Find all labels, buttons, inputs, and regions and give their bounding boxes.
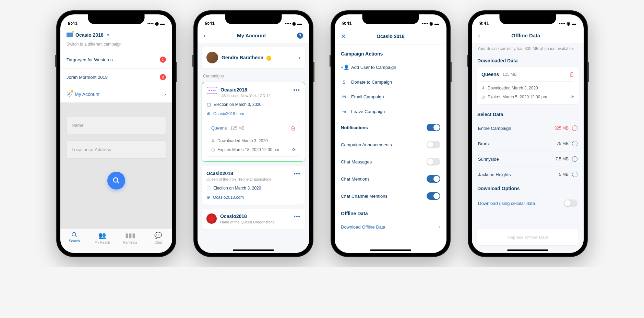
cellular-toggle[interactable] <box>564 199 577 207</box>
action-label: Leave Campaign <box>351 109 385 114</box>
download-offline-link[interactable]: Download Offline Data › <box>335 220 446 243</box>
globe-icon: ⊕ <box>206 195 210 200</box>
delete-button[interactable] <box>291 126 296 131</box>
campaign-meta: Queen of the Iron Throne Dragonstone <box>206 177 290 181</box>
toggle-switch[interactable] <box>427 141 440 148</box>
toggle-switch[interactable] <box>427 175 440 183</box>
tab-label: Search <box>69 239 80 243</box>
status-time: 9:41 <box>479 21 489 26</box>
campaign-name: Ocasio2018 <box>220 87 290 93</box>
more-button[interactable]: ••• <box>294 171 300 181</box>
people-icon: 👥 <box>98 232 106 239</box>
campaign-item-jorah[interactable]: Jorah Mormont 2018 2 <box>60 68 172 86</box>
tab-rankings[interactable]: ▮▮▮ Rankings <box>116 232 144 244</box>
email-button[interactable]: ✉ Email Campaign <box>335 89 446 104</box>
tab-label: My Reach <box>95 241 110 244</box>
chevron-right-icon: › <box>299 54 300 61</box>
chevron-down-icon: ▼ <box>106 33 110 37</box>
phone-mockup-3: 9:41 ▪▪▪▪ ◉ ▬ ✕ Ocasio 2018 Campaign Act… <box>331 10 451 257</box>
radio-button[interactable] <box>572 141 577 146</box>
link-label: Download Offline Data <box>341 224 385 230</box>
gear-icon <box>67 91 72 97</box>
toggle-label: Chat Channel Mentions <box>341 194 387 199</box>
area-name: Queens <box>211 125 227 131</box>
help-button[interactable]: ? <box>297 33 303 39</box>
calendar-icon: ▢ <box>206 185 211 191</box>
replace-data-button[interactable]: Replace Offline Data <box>477 229 579 246</box>
select-sunnyside[interactable]: Sunnyside 7.5 MB <box>477 151 579 167</box>
campaign-selector[interactable]: Ocasio 2018 ▼ <box>60 28 172 40</box>
wifi-icon: ◉ <box>155 21 159 26</box>
account-label: My Account <box>75 91 99 97</box>
radio-button[interactable] <box>572 172 577 177</box>
name-input[interactable]: Name <box>67 116 166 134</box>
more-button[interactable]: ••• <box>293 87 300 98</box>
action-label: Add User to Campaign <box>351 65 396 70</box>
campaign-url[interactable]: Ocasio2018.com <box>213 195 244 200</box>
refresh-button[interactable]: ⟳ <box>292 147 296 152</box>
download-icon: ⬇ <box>481 86 485 90</box>
campaign-meta: Hand of the Queen Dragonstone <box>220 220 290 224</box>
svg-line-4 <box>75 235 77 237</box>
leave-button[interactable]: ⇥ Leave Campaign <box>335 104 446 119</box>
tab-search[interactable]: Search <box>60 232 88 244</box>
back-button[interactable]: ‹ <box>478 32 480 39</box>
cellular-icon: ▪▪▪▪ <box>147 21 154 26</box>
page-title: Offline Data <box>511 33 540 38</box>
action-label: Donate to Campaign <box>351 80 392 85</box>
close-button[interactable]: ✕ <box>341 33 346 40</box>
tab-bar: Search 👥 My Reach ▮▮▮ Rankings 💬 Chat <box>60 229 172 253</box>
option-size: 75 MB <box>557 141 569 146</box>
section-select: Select Data <box>477 108 579 121</box>
section-notifications: Notifications <box>335 119 446 136</box>
svg-point-0 <box>69 94 70 95</box>
chevron-right-icon: › <box>439 224 440 230</box>
campaign-icon <box>67 33 73 37</box>
refresh-button[interactable]: ⟳ <box>571 95 574 99</box>
campaign-name: Ocasio 2018 <box>75 32 104 38</box>
radio-button[interactable] <box>572 156 577 162</box>
cellular-label: Download using cellular data <box>478 201 535 206</box>
tab-reach[interactable]: 👥 My Reach <box>88 232 117 244</box>
clock-icon: ◷ <box>211 147 215 152</box>
exit-icon: ⇥ <box>341 109 347 114</box>
status-indicators: ▪▪▪▪ ◉ ▬ <box>285 21 302 26</box>
area-size: 125 MB <box>502 72 516 77</box>
toggle-messages: Chat Messages <box>335 153 446 170</box>
search-button[interactable] <box>107 172 125 189</box>
campaign-item-targaryen[interactable]: Targaryen for Westeros 1 <box>60 51 172 68</box>
clock-icon: ◷ <box>481 95 485 99</box>
status-indicators: ▪▪▪▪ ◉ ▬ <box>559 21 576 26</box>
notifications-toggle[interactable] <box>427 124 440 131</box>
search-icon <box>112 177 120 184</box>
delete-button[interactable] <box>569 72 574 77</box>
more-button[interactable]: ••• <box>294 213 300 224</box>
toggle-switch[interactable] <box>427 158 440 166</box>
phone-mockup-2: 9:41 ▪▪▪▪ ◉ ▬ ‹ My Account ? Gendry Bara… <box>193 10 313 257</box>
select-jackson[interactable]: Jackson Heights 5 MB <box>477 167 579 182</box>
campaign-url[interactable]: Ocasio2018.com <box>213 111 244 116</box>
option-size: 325 MB <box>554 126 569 131</box>
chat-icon: 💬 <box>154 232 162 239</box>
add-user-button[interactable]: +👤 Add User to Campaign <box>335 60 446 75</box>
cellular-toggle-row: Download using cellular data <box>477 195 579 212</box>
chevron-right-icon: › <box>164 91 166 97</box>
tab-chat[interactable]: 💬 Chat <box>144 232 172 244</box>
expires-date: Expires March 18, 2020 12:00 pm <box>217 147 279 152</box>
radio-button[interactable] <box>572 125 577 131</box>
campaign-card: Ocasio2018 Hand of the Queen Dragonstone… <box>202 209 305 229</box>
campaign-name: Ocasio2018 <box>220 213 290 219</box>
page-title: My Account <box>237 33 266 38</box>
action-label: Email Campaign <box>351 94 384 99</box>
status-time: 9:41 <box>205 21 215 26</box>
select-bronx[interactable]: Bronx 75 MB <box>477 136 579 151</box>
user-card[interactable]: Gendry Baratheon i › <box>202 47 305 68</box>
campaign-name: Ocasio2018 <box>206 171 290 176</box>
toggle-switch[interactable] <box>427 192 440 200</box>
location-input[interactable]: Location or Address <box>67 140 166 159</box>
select-entire[interactable]: Entire Campaign 325 MB <box>477 121 579 136</box>
status-time: 9:41 <box>342 21 352 26</box>
back-button[interactable]: ‹ <box>204 32 206 39</box>
donate-button[interactable]: $ Donate to Campaign <box>335 75 446 89</box>
my-account-link[interactable]: My Account › <box>60 86 172 102</box>
